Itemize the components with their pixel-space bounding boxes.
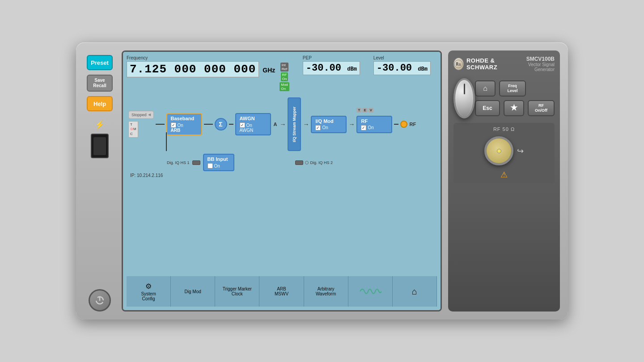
dig-iq-connector-2 (295, 160, 303, 165)
arrow-1: → (280, 121, 286, 128)
ip-address: IP: 10.214.2.116 (127, 171, 437, 180)
rf-block[interactable]: RF ✓ On (356, 116, 392, 133)
freq-level-button[interactable]: FreqLevel (499, 80, 526, 97)
signal-flow-area: Stopped ◀ T⊙MC Baseband ✓ On (127, 94, 437, 276)
stream-mapper[interactable]: I/Q Stream Mapper (288, 97, 301, 151)
screen: Frequency 7.125 000 000 000 GHz IntRef R… (123, 52, 441, 310)
status-block: Stopped ◀ T⊙MC (128, 111, 154, 138)
rf-onoff-button[interactable]: RFOn/Off (528, 100, 555, 116)
arrow-3: → (348, 121, 355, 128)
status-bar: Frequency 7.125 000 000 000 GHz IntRef R… (127, 55, 437, 91)
connector-arrow-icon: ↪ (517, 146, 524, 156)
connector-line-4 (394, 124, 398, 125)
bb-input-checkbox (208, 163, 213, 168)
main-knob[interactable] (453, 78, 475, 118)
dig-iq-hs1-label: Dig. IQ HS 1 (167, 160, 190, 165)
connector-line-1 (156, 124, 165, 125)
pep-label: PEP (303, 55, 360, 60)
waveform-svg (359, 285, 381, 298)
bb-input-block[interactable]: BB Input On (203, 154, 234, 171)
level-label: Level (373, 55, 431, 60)
row-buttons-top: ⌂ FreqLevel (475, 80, 555, 97)
power-button[interactable] (89, 289, 111, 311)
bb-input-title: BB Input (208, 156, 228, 162)
awgn-block[interactable]: AWGN ✓ On AWGN (235, 113, 271, 135)
iq-mod-title: I/Q Mod (315, 118, 333, 124)
rf-pin (497, 149, 501, 153)
row-buttons-bottom: Esc ★ RFOn/Off (475, 100, 555, 116)
rf-check: ✓ On (361, 125, 373, 130)
toolbar-trigger-marker-clock[interactable]: Trigger MarkerClock (215, 276, 259, 307)
iq-mod-block[interactable]: I/Q Mod ✓ On (311, 116, 347, 133)
toolbar-arb-mswv[interactable]: ARBMSWV (259, 276, 304, 307)
rf-connector-section: RF 50 Ω ↪ ⚠ (453, 123, 555, 183)
rf-text-label: RF (409, 122, 416, 127)
level-section: Level -30.00 dBm (373, 55, 431, 75)
iq-mod-check: ✓ On (315, 125, 328, 130)
help-button[interactable]: Help (87, 96, 113, 111)
preset-button[interactable]: Preset (87, 55, 113, 70)
knob-indicator (464, 84, 465, 94)
model-name: SMCV100B (526, 56, 555, 62)
toolbar-system-config[interactable]: ⚙ SystemConfig (127, 276, 171, 307)
awgn-check: ✓ On (240, 122, 252, 128)
usb-port (91, 134, 109, 158)
rf-block-wrapper: T E V RF ✓ On (356, 116, 392, 133)
level-value: -30.00 dBm (373, 61, 431, 75)
tev-badges: T E V (356, 108, 373, 113)
sigma-block: Σ (215, 118, 227, 130)
usb-port-inner (93, 137, 106, 155)
toolbar-dig-mod[interactable]: Dig Mod (171, 276, 215, 307)
a-label: A (274, 122, 277, 127)
mod-on-badge: ModOn (280, 82, 289, 91)
screen-container: Frequency 7.125 000 000 000 GHz IntRef R… (122, 51, 442, 311)
awgn-sub: AWGN (240, 128, 254, 133)
pep-section: PEP -30.00 dBm (303, 55, 360, 75)
connector-line-2 (204, 124, 213, 125)
toolbar-waveform-icon[interactable] (348, 276, 393, 307)
tmc-block: T⊙MC (128, 121, 138, 138)
home-toolbar-icon: ⌂ (412, 286, 417, 297)
instrument-body: Preset SaveRecall Help ⚡ Frequency 7.125… (76, 42, 568, 320)
left-panel: Preset SaveRecall Help ⚡ (84, 51, 115, 311)
save-recall-button[interactable]: SaveRecall (87, 75, 113, 92)
esc-button[interactable]: Esc (475, 100, 500, 116)
right-panel: R̈S ROHDE & SCHWARZ SMCV100B Vector Sign… (448, 51, 560, 311)
home-button[interactable]: ⌂ (475, 80, 496, 97)
frequency-value: 7.125 000 000 000 (127, 61, 259, 77)
rf-connector[interactable] (484, 136, 513, 165)
toolbar-arbitrary-waveform[interactable]: ArbitraryWaveform (304, 276, 348, 307)
dig-iq-hs2-label: Dig. IQ HS 2 (310, 160, 333, 165)
bb-input-check: On (208, 163, 220, 168)
brand-row: R̈S ROHDE & SCHWARZ SMCV100B Vector Sign… (453, 56, 555, 72)
ref-block: IntRef RFOn ModOn (280, 63, 289, 91)
frequency-unit: GHz (261, 67, 275, 74)
favorite-button[interactable]: ★ (504, 100, 524, 116)
rf-connector-area: ↪ (457, 132, 551, 170)
dig-iq-circle (305, 161, 309, 164)
int-ref-badge: IntRef (280, 63, 288, 72)
frequency-section: Frequency 7.125 000 000 000 GHz (127, 55, 275, 77)
toolbar-home[interactable]: ⌂ (393, 276, 437, 307)
brand-logo: R̈S ROHDE & SCHWARZ (453, 57, 516, 71)
knob-row: ⌂ FreqLevel Esc ★ RFOn/Off (453, 78, 555, 118)
awgn-title: AWGN (240, 116, 255, 121)
warning-area: ⚠ (457, 170, 551, 180)
rf-connector-inner (487, 139, 511, 163)
signal-flow-top: Stopped ◀ T⊙MC Baseband ✓ On (127, 94, 437, 151)
signal-flow-bottom: Dig. IQ HS 1 BB Input On Di (127, 151, 437, 171)
gear-icon: ⚙ (145, 282, 152, 290)
connector-line-3 (229, 124, 233, 125)
rf-connector-label: RF 50 Ω (457, 126, 551, 132)
model-block: SMCV100B Vector Signal Generator (516, 56, 555, 72)
baseband-block[interactable]: Baseband ✓ On ARB (166, 113, 202, 135)
usb-icon: ⚡ (93, 120, 106, 129)
dig-iq-connector-1 (192, 160, 200, 165)
baseband-check: ✓ On (171, 122, 183, 128)
vertical-line-1 (166, 132, 167, 151)
arrow-2: → (303, 121, 309, 128)
power-icon (95, 295, 105, 305)
svg-text:R̈S: R̈S (456, 62, 462, 67)
brand-name: ROHDE & SCHWARZ (466, 57, 516, 71)
baseband-title: Baseband (171, 116, 195, 121)
